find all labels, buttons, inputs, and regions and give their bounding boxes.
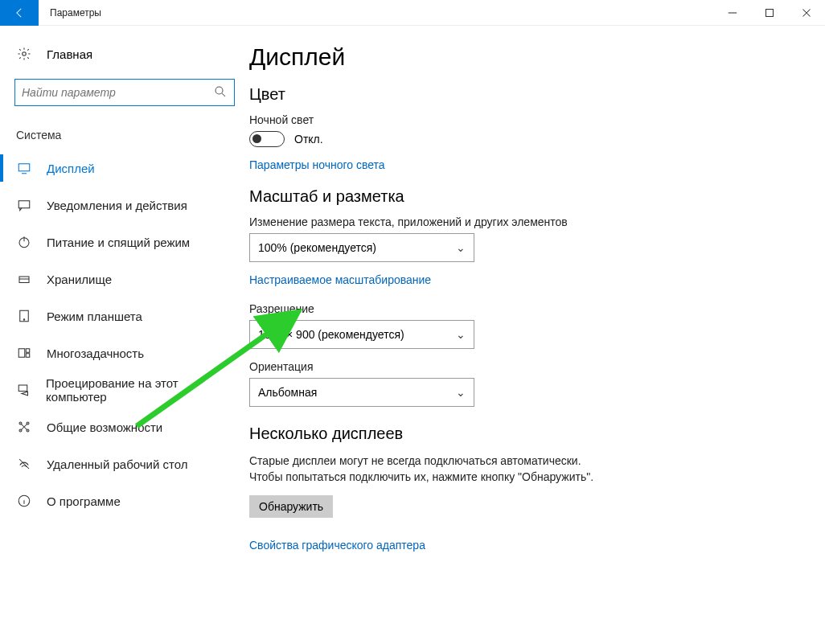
sidebar-item-label: Дисплей — [47, 162, 95, 175]
search-input-container[interactable] — [14, 79, 235, 106]
nightlight-label: Ночной свет — [249, 113, 825, 126]
svg-rect-11 — [26, 354, 30, 358]
sidebar-item-remote[interactable]: Удаленный рабочий стол — [0, 445, 249, 482]
minimize-button[interactable] — [714, 0, 751, 26]
adapter-properties-link[interactable]: Свойства графического адаптера — [249, 539, 825, 552]
display-icon — [16, 161, 32, 175]
section-scale: Масштаб и разметка — [249, 187, 825, 206]
storage-icon — [16, 272, 32, 286]
scale-value: 100% (рекомендуется) — [258, 241, 376, 254]
chat-icon — [16, 198, 32, 212]
scale-label: Изменение размера текста, приложений и д… — [249, 215, 825, 228]
maximize-button[interactable] — [751, 0, 788, 26]
svg-rect-6 — [19, 277, 29, 283]
multitask-icon — [16, 346, 32, 360]
back-button[interactable] — [0, 0, 39, 26]
sidebar-home-label: Главная — [47, 47, 92, 61]
resolution-label: Разрешение — [249, 302, 825, 315]
nightlight-state: Откл. — [294, 133, 323, 146]
orientation-label: Ориентация — [249, 360, 825, 373]
sidebar-item-label: Хранилище — [47, 273, 112, 286]
svg-point-8 — [23, 319, 25, 321]
svg-point-1 — [23, 52, 27, 56]
search-input[interactable] — [22, 86, 213, 99]
orientation-dropdown[interactable]: Альбомная ⌄ — [249, 378, 474, 407]
sidebar: Главная Система Дисплей Уведомления и де… — [0, 26, 249, 644]
custom-scaling-link[interactable]: Настраиваемое масштабирование — [249, 273, 825, 286]
svg-rect-12 — [18, 385, 27, 392]
chevron-down-icon: ⌄ — [456, 328, 466, 341]
sidebar-item-label: Общие возможности — [47, 420, 162, 434]
section-color: Цвет — [249, 85, 825, 104]
sidebar-item-label: Удаленный рабочий стол — [47, 457, 187, 471]
sidebar-item-storage[interactable]: Хранилище — [0, 260, 249, 297]
chevron-down-icon: ⌄ — [456, 386, 466, 399]
chevron-down-icon: ⌄ — [456, 241, 466, 254]
sidebar-item-label: Многозадачность — [47, 347, 144, 360]
sidebar-item-display[interactable]: Дисплей — [0, 150, 249, 187]
sidebar-item-notifications[interactable]: Уведомления и действия — [0, 187, 249, 224]
share-icon — [16, 420, 32, 434]
search-icon — [213, 84, 228, 101]
gear-icon — [16, 47, 32, 61]
sidebar-group-heading: Система — [0, 122, 249, 150]
sidebar-item-shared[interactable]: Общие возможности — [0, 408, 249, 445]
nightlight-settings-link[interactable]: Параметры ночного света — [249, 158, 825, 171]
sidebar-item-power[interactable]: Питание и спящий режим — [0, 224, 249, 260]
sidebar-item-tablet[interactable]: Режим планшета — [0, 297, 249, 334]
multi-paragraph: Старые дисплеи могут не всегда подключат… — [249, 453, 603, 486]
detect-button[interactable]: Обнаружить — [249, 495, 333, 518]
titlebar: Параметры — [0, 0, 825, 26]
project-icon — [16, 383, 31, 397]
resolution-value: 1600 × 900 (рекомендуется) — [258, 328, 404, 341]
resolution-dropdown[interactable]: 1600 × 900 (рекомендуется) ⌄ — [249, 320, 474, 349]
sidebar-item-projecting[interactable]: Проецирование на этот компьютер — [0, 371, 249, 408]
scale-dropdown[interactable]: 100% (рекомендуется) ⌄ — [249, 233, 474, 262]
remote-icon — [16, 457, 32, 471]
sidebar-item-label: Режим планшета — [47, 310, 142, 323]
main-content: Дисплей Цвет Ночной свет Откл. Параметры… — [249, 26, 825, 644]
svg-rect-10 — [26, 349, 30, 353]
nightlight-toggle[interactable] — [249, 131, 285, 147]
svg-rect-4 — [18, 201, 30, 208]
svg-rect-9 — [18, 349, 25, 358]
page-title: Дисплей — [249, 43, 825, 71]
sidebar-item-multitask[interactable]: Многозадачность — [0, 334, 249, 371]
section-multi: Несколько дисплеев — [249, 425, 825, 443]
sidebar-item-about[interactable]: О программе — [0, 482, 249, 519]
sidebar-item-label: Проецирование на этот компьютер — [46, 376, 233, 404]
info-icon — [16, 494, 32, 508]
svg-rect-0 — [766, 9, 774, 16]
sidebar-item-label: О программе — [47, 494, 121, 508]
window-title: Параметры — [39, 7, 101, 18]
svg-point-2 — [215, 87, 223, 94]
close-button[interactable] — [788, 0, 825, 26]
sidebar-item-label: Питание и спящий режим — [47, 236, 190, 249]
power-icon — [16, 235, 32, 249]
orientation-value: Альбомная — [258, 386, 317, 399]
svg-rect-3 — [18, 164, 30, 171]
tablet-icon — [16, 309, 32, 323]
sidebar-item-label: Уведомления и действия — [47, 199, 187, 212]
sidebar-home[interactable]: Главная — [0, 40, 249, 68]
